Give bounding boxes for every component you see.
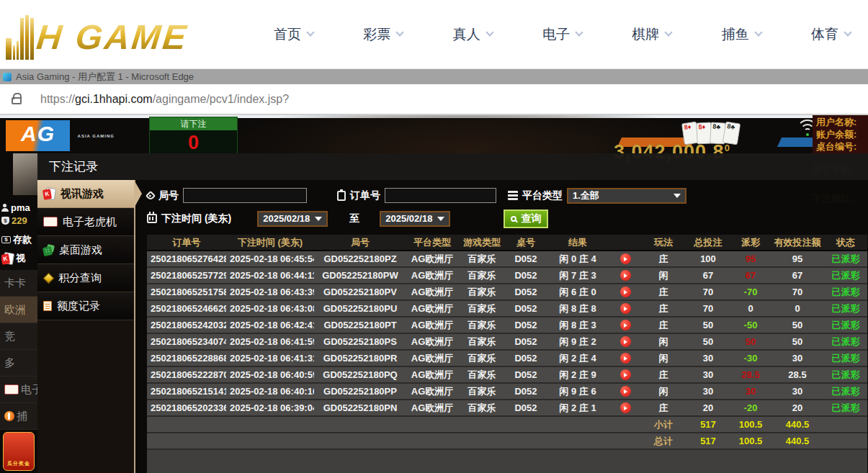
valid-cell: 67 bbox=[771, 270, 824, 281]
bg-video-label: 视 bbox=[16, 252, 25, 265]
bg-tab-multi[interactable]: 多 bbox=[0, 350, 37, 377]
bg-tab-electronic[interactable]: 电子 bbox=[0, 377, 37, 403]
lock-icon[interactable] bbox=[12, 97, 22, 104]
time-cell: 2025-02-18 06:45:54 bbox=[226, 253, 314, 264]
platform-cell: AG欧洲厅 bbox=[406, 253, 458, 266]
nav-item-fishing[interactable]: 捕鱼 bbox=[722, 25, 761, 44]
play-button[interactable] bbox=[620, 369, 631, 380]
sum-cell: 517 bbox=[686, 436, 730, 446]
ag-logo: AGASIA GAMING bbox=[6, 120, 70, 151]
play-cell: 闲 bbox=[641, 352, 686, 365]
play-button[interactable] bbox=[620, 270, 631, 281]
bg-balance-row: $ 229 bbox=[1, 215, 37, 226]
nav-item-sports[interactable]: 体育 bbox=[811, 25, 851, 44]
sidebar-item-table-games[interactable]: 桌面游戏 bbox=[37, 236, 134, 264]
nav-item-label: 棋牌 bbox=[632, 25, 659, 44]
icon-gem bbox=[43, 273, 53, 283]
play-button[interactable] bbox=[620, 253, 631, 264]
play-button[interactable] bbox=[620, 353, 631, 364]
table-row: 2502180652517582025-02-18 06:43:39GD0522… bbox=[147, 284, 867, 301]
column-header: 状态 bbox=[824, 236, 867, 249]
sidebar-item-points-query[interactable]: 积分查询 bbox=[37, 264, 134, 292]
game-cell: 百家乐 bbox=[458, 385, 506, 398]
column-header: 有效投注额 bbox=[771, 236, 824, 249]
site-logo[interactable]: H GAME bbox=[6, 9, 231, 60]
platform-label: 平台类型 bbox=[522, 189, 563, 202]
platform-select[interactable]: 1.全部 bbox=[567, 188, 686, 204]
cards-icon bbox=[1, 253, 14, 265]
column-header: 平台类型 bbox=[406, 236, 458, 249]
nav-item-label: 真人 bbox=[453, 25, 480, 44]
play-cell: 庄 bbox=[641, 286, 686, 299]
play-cell: 庄 bbox=[641, 319, 686, 332]
bg-deposit-button[interactable]: $ 存款 bbox=[1, 233, 37, 246]
play-cell: 庄 bbox=[641, 369, 686, 382]
platform-value: 1.全部 bbox=[573, 189, 599, 202]
promo-banner[interactable]: 瓜分奖金 bbox=[3, 432, 35, 471]
sidebar-item-quota-records[interactable]: 额度记录 bbox=[37, 292, 134, 320]
bg-video-row[interactable]: 视 bbox=[1, 252, 37, 265]
play-cell bbox=[609, 270, 641, 281]
nav-item-live[interactable]: 真人 bbox=[453, 25, 493, 44]
play-button[interactable] bbox=[620, 386, 631, 397]
column-header: 桌号 bbox=[506, 236, 546, 249]
game-cell: 百家乐 bbox=[458, 302, 506, 315]
platform-cell: AG欧洲厅 bbox=[406, 402, 458, 415]
round-filter: 局号 bbox=[147, 188, 307, 203]
date-to-select[interactable]: 2025/02/18 bbox=[380, 211, 450, 227]
result-cell: 闲 0 庄 4 bbox=[546, 253, 609, 266]
nav-item-electronic[interactable]: 电子 bbox=[542, 25, 582, 44]
game-cell: 百家乐 bbox=[458, 335, 506, 348]
round-cell: GD052252180PP bbox=[314, 386, 406, 397]
status-cell: 已派彩 bbox=[824, 385, 867, 398]
bet-time-label: 下注时间 (美东) bbox=[161, 212, 231, 225]
time-cell: 2025-02-18 06:40:16 bbox=[226, 386, 314, 397]
payout-cell: 95 bbox=[730, 253, 771, 264]
bg-tab-fishing[interactable]: 捕 bbox=[0, 403, 37, 430]
column-header: 下注时间 (美东) bbox=[226, 236, 314, 249]
date-from-select[interactable]: 2025/02/18 bbox=[257, 211, 328, 227]
sidebar-item-video-games[interactable]: 视讯游戏 bbox=[37, 180, 134, 208]
order-cell: 250218065202336 bbox=[147, 402, 226, 413]
sidebar-item-slot-machines[interactable]: 电子老虎机 bbox=[37, 208, 134, 236]
url-bar[interactable]: https://gci.1hhapi.com/agingame/pcv1/ind… bbox=[0, 84, 868, 115]
bet-timer-box: 请下注 0 bbox=[149, 117, 238, 157]
result-cell: 闲 9 庄 2 bbox=[546, 335, 609, 348]
play-button[interactable] bbox=[620, 402, 631, 413]
game-cell: 百家乐 bbox=[458, 369, 506, 382]
nav-item-chess[interactable]: 棋牌 bbox=[632, 25, 671, 44]
icon-slot bbox=[43, 217, 58, 227]
order-cell: 250218065228868 bbox=[147, 353, 226, 364]
play-button[interactable] bbox=[620, 287, 631, 297]
nav-item-home[interactable]: 首页 bbox=[274, 25, 313, 44]
bg-tab-europe[interactable]: 欧洲 bbox=[0, 297, 37, 323]
platform-cell: AG欧洲厅 bbox=[406, 269, 458, 282]
play-cell: 庄 bbox=[641, 302, 686, 315]
payout-cell: 30 bbox=[730, 386, 771, 397]
order-cell: 250218065222870 bbox=[147, 369, 226, 380]
result-cell: 闲 7 庄 3 bbox=[546, 269, 609, 282]
table_no-cell: D052 bbox=[506, 369, 546, 380]
round-cell: GD052252180PW bbox=[314, 270, 406, 281]
valid-cell: 20 bbox=[771, 402, 824, 413]
result-cell: 闲 2 庄 4 bbox=[546, 352, 609, 365]
round-label: 局号 bbox=[158, 189, 179, 202]
page-url[interactable]: https://gci.1hhapi.com/agingame/pcv1/ind… bbox=[40, 93, 289, 106]
table_no-cell: D052 bbox=[506, 402, 546, 413]
play-button[interactable] bbox=[620, 320, 631, 330]
bet-cell: 20 bbox=[686, 402, 730, 413]
bg-tab-label: 卡卡 bbox=[4, 276, 26, 290]
nav-item-lottery[interactable]: 彩票 bbox=[363, 25, 403, 44]
valid-cell: 50 bbox=[771, 336, 824, 347]
bg-tab-card[interactable]: 卡卡 bbox=[0, 270, 37, 297]
play-button[interactable] bbox=[620, 303, 631, 314]
bet-cell: 50 bbox=[686, 336, 730, 347]
table_no-cell: D052 bbox=[506, 270, 546, 281]
search-button[interactable]: 查询 bbox=[504, 210, 548, 228]
order-input[interactable] bbox=[385, 188, 496, 203]
round-input[interactable] bbox=[183, 188, 307, 203]
money-bag-icon: $ bbox=[1, 217, 9, 225]
status-cell: 已派彩 bbox=[824, 302, 867, 315]
bg-tab-race[interactable]: 竞 bbox=[0, 323, 37, 350]
play-button[interactable] bbox=[620, 336, 631, 347]
